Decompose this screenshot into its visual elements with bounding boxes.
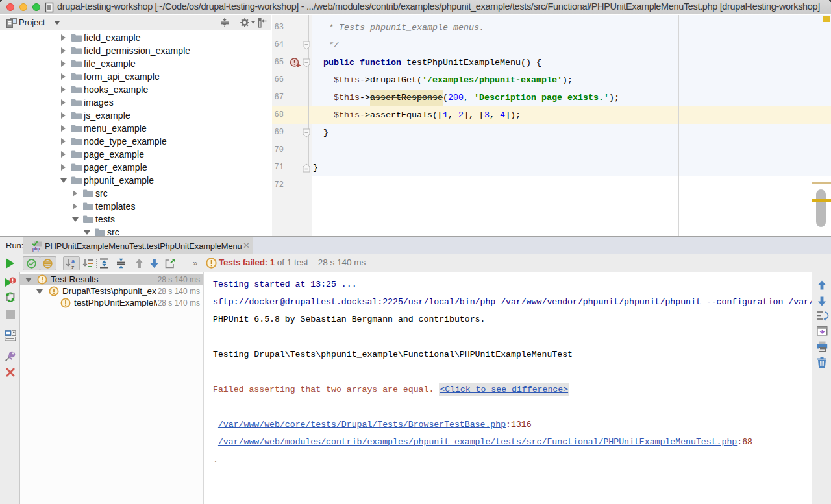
svg-text:z: z (71, 264, 75, 270)
svg-text:php: php (32, 246, 40, 252)
